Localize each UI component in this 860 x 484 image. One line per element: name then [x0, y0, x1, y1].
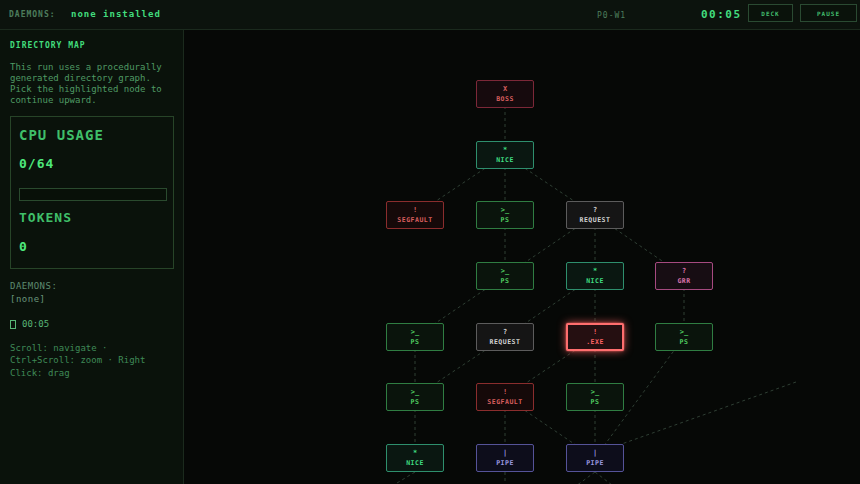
- graph-node-request[interactable]: ?REQUEST: [566, 201, 624, 229]
- boss-icon: X: [503, 86, 507, 93]
- graph-node-request[interactable]: ?REQUEST: [476, 323, 534, 351]
- topbar-daemons-label: DAEMONS:: [9, 10, 56, 19]
- nice-icon: *: [503, 147, 507, 154]
- graph-node-pipe[interactable]: |PIPE: [476, 444, 534, 472]
- nice-icon: *: [593, 268, 597, 275]
- sidebar-timer: 00:05: [22, 319, 49, 329]
- cpu-usage-value: 0/64: [19, 156, 165, 171]
- graph-node-ps[interactable]: >_PS: [566, 383, 624, 411]
- node-label: GRR: [677, 278, 690, 285]
- graph-node-ps[interactable]: >_PS: [655, 323, 713, 351]
- cpu-progress-bar: [19, 188, 167, 201]
- node-label: PS: [501, 278, 510, 285]
- topbar: DAEMONS: none installed P0-W1 00:05 DECK…: [0, 0, 860, 30]
- graph-node-nice[interactable]: *NICE: [566, 262, 624, 290]
- node-label: REQUEST: [490, 339, 521, 346]
- nice-icon: *: [413, 450, 417, 457]
- pipe-icon: |: [593, 450, 597, 457]
- ps-icon: >_: [680, 329, 688, 336]
- graph-edge: [356, 472, 415, 484]
- node-label: PS: [591, 399, 600, 406]
- node-label: BOSS: [496, 96, 514, 103]
- timer-icon: [10, 320, 16, 329]
- exe-icon: !: [593, 329, 597, 336]
- request-icon: ?: [593, 207, 597, 214]
- graph-edge: [616, 382, 796, 446]
- request-icon: ?: [503, 329, 507, 336]
- node-label: PS: [501, 217, 510, 224]
- graph-node-ps[interactable]: >_PS: [386, 383, 444, 411]
- segfault-icon: !: [413, 207, 417, 214]
- graph-edge: [546, 472, 595, 484]
- controls-help: Scroll: navigate · Ctrl+Scroll: zoom · R…: [10, 342, 172, 378]
- node-label: NICE: [496, 157, 514, 164]
- node-label: .EXE: [586, 339, 604, 346]
- graph-node-segfault[interactable]: !SEGFAULT: [386, 201, 444, 229]
- ps-icon: >_: [501, 207, 509, 214]
- sidebar-description: This run uses a procedurally generated d…: [10, 62, 170, 106]
- sidebar: DIRECTORY MAP This run uses a procedural…: [0, 30, 184, 484]
- node-label: PS: [411, 399, 420, 406]
- grr-icon: ?: [682, 268, 686, 275]
- sidebar-title: DIRECTORY MAP: [10, 41, 173, 50]
- node-label: PIPE: [586, 460, 604, 467]
- node-label: NICE: [586, 278, 604, 285]
- graph-node-segfault[interactable]: !SEGFAULT: [476, 383, 534, 411]
- phase-wave-label: P0-W1: [597, 11, 626, 20]
- ps-icon: >_: [501, 268, 509, 275]
- graph-node-pipe[interactable]: |PIPE: [566, 444, 624, 472]
- node-label: REQUEST: [580, 217, 611, 224]
- graph-edge: [595, 472, 642, 484]
- graph-node-ps[interactable]: >_PS: [476, 262, 534, 290]
- graph-node-exe[interactable]: !.EXE: [566, 323, 624, 351]
- segfault-icon: !: [503, 389, 507, 396]
- pause-button[interactable]: PAUSE: [800, 4, 857, 22]
- ps-icon: >_: [411, 329, 419, 336]
- tokens-label: TOKENS: [19, 210, 165, 225]
- graph-node-ps[interactable]: >_PS: [476, 201, 534, 229]
- node-label: NICE: [406, 460, 424, 467]
- graph-node-ps[interactable]: >_PS: [386, 323, 444, 351]
- node-label: SEGFAULT: [397, 217, 432, 224]
- node-label: PIPE: [496, 460, 514, 467]
- deck-button[interactable]: DECK: [748, 4, 793, 22]
- graph-node-grr[interactable]: ?GRR: [655, 262, 713, 290]
- graph-node-nice[interactable]: *NICE: [476, 141, 534, 169]
- timer-row: 00:05: [10, 319, 173, 329]
- ps-icon: >_: [411, 389, 419, 396]
- directory-graph[interactable]: XBOSS*NICE!SEGFAULT>_PS?REQUEST>_PS*NICE…: [184, 30, 860, 484]
- node-label: SEGFAULT: [487, 399, 522, 406]
- topbar-daemons-value: none installed: [71, 9, 161, 19]
- graph-node-nice[interactable]: *NICE: [386, 444, 444, 472]
- node-label: PS: [680, 339, 689, 346]
- topbar-timer: 00:05: [701, 8, 742, 21]
- stats-panel: CPU USAGE 0/64 TOKENS 0: [10, 116, 174, 269]
- tokens-value: 0: [19, 239, 165, 254]
- ps-icon: >_: [591, 389, 599, 396]
- sidebar-daemons-value: [none]: [10, 294, 173, 304]
- sidebar-daemons-label: DAEMONS:: [10, 281, 173, 291]
- cpu-usage-label: CPU USAGE: [19, 127, 165, 143]
- pipe-icon: |: [503, 450, 507, 457]
- graph-node-boss[interactable]: XBOSS: [476, 80, 534, 108]
- node-label: PS: [411, 339, 420, 346]
